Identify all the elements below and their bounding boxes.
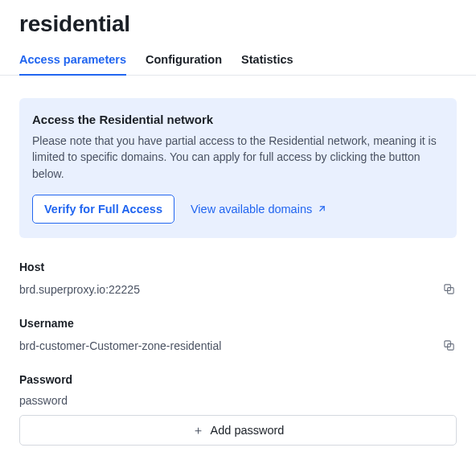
page-title: residential xyxy=(19,11,457,37)
add-password-button[interactable]: ＋ Add password xyxy=(19,415,457,446)
username-value: brd-customer-Customer-zone-residential xyxy=(19,339,221,352)
external-link-icon xyxy=(317,203,327,214)
add-password-label: Add password xyxy=(211,424,285,437)
view-available-domains-link[interactable]: View available domains xyxy=(191,203,327,216)
username-label: Username xyxy=(19,317,457,330)
tab-configuration[interactable]: Configuration xyxy=(146,53,222,76)
password-value: password xyxy=(19,394,68,407)
password-label: Password xyxy=(19,373,457,386)
copy-icon[interactable] xyxy=(441,281,457,298)
svg-line-0 xyxy=(320,207,324,211)
host-value: brd.superproxy.io:22225 xyxy=(19,283,140,296)
copy-icon[interactable] xyxy=(441,338,457,354)
notice-title: Access the Residential network xyxy=(32,113,444,126)
host-label: Host xyxy=(19,261,457,273)
username-field: Username brd-customer-Customer-zone-resi… xyxy=(19,317,457,354)
tabs: Access parameters Configuration Statisti… xyxy=(0,53,476,76)
notice-actions: Verify for Full Access View available do… xyxy=(32,195,444,224)
host-field: Host brd.superproxy.io:22225 xyxy=(19,261,457,298)
password-field: Password password ＋ Add password xyxy=(19,373,457,446)
notice-body: Please note that you have partial access… xyxy=(32,133,442,182)
tab-statistics[interactable]: Statistics xyxy=(241,53,293,76)
access-notice: Access the Residential network Please no… xyxy=(19,98,457,238)
verify-full-access-button[interactable]: Verify for Full Access xyxy=(32,195,174,224)
tab-access-parameters[interactable]: Access parameters xyxy=(19,53,126,76)
plus-icon: ＋ xyxy=(192,424,204,436)
view-domains-link-label: View available domains xyxy=(191,203,312,216)
